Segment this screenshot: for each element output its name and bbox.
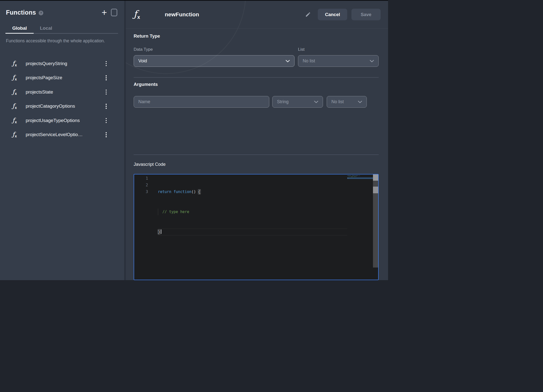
list-label: List: [298, 47, 379, 52]
return-type-heading: Return Type: [134, 33, 379, 39]
edit-name-button[interactable]: [305, 12, 311, 17]
function-icon: ƒx: [12, 74, 17, 81]
code-line: return function() {: [158, 189, 347, 195]
function-list: ƒx projectsQueryString ƒx projectsPageSi…: [0, 56, 124, 142]
function-name: projectCatagoryOptions: [26, 103, 75, 109]
line-number: 3: [134, 189, 148, 195]
minimap-current-line: }: [347, 177, 373, 179]
function-name: projectsQueryString: [26, 61, 67, 66]
function-list-item[interactable]: ƒx projectsPageSize: [0, 71, 124, 85]
tabs-divider: [34, 33, 118, 34]
code-token: (): [191, 190, 198, 194]
argument-type-value: String: [277, 99, 289, 104]
text-cursor: [161, 229, 161, 234]
data-type-field: Data Type Void: [134, 47, 295, 67]
editor-scrollbar[interactable]: [373, 174, 378, 280]
function-icon: ƒx: [12, 89, 17, 95]
line-number: 2: [134, 182, 148, 189]
chevron-down-icon: [358, 101, 362, 103]
code-token: {: [198, 190, 200, 194]
function-list-item[interactable]: ƒx projectsQueryString: [0, 56, 124, 71]
minimap-line: // type here: [347, 176, 373, 177]
chevron-down-icon: [314, 101, 318, 103]
editor-header: ƒx newFunction Cancel Save: [126, 1, 388, 28]
scrollbar-thumb[interactable]: [373, 174, 378, 181]
function-editor-panel: ƒx newFunction Cancel Save Return Type D…: [126, 1, 388, 280]
code-token: // type here: [158, 210, 189, 214]
sidebar-header: Functions ? +: [0, 1, 124, 16]
function-icon: ƒx: [12, 60, 17, 67]
tab-global[interactable]: Global: [5, 23, 34, 34]
return-type-row: Data Type Void List No list: [134, 47, 379, 67]
minimap[interactable]: return function() { // type here }: [347, 174, 373, 280]
function-name: projectServiceLevelOptio…: [26, 132, 83, 137]
function-title: newFunction: [165, 11, 199, 18]
data-type-value: Void: [138, 58, 147, 64]
editor-content: Return Type Data Type Void List No list: [126, 33, 388, 280]
code-line-current: }: [158, 229, 347, 235]
function-icon: ƒx: [12, 131, 17, 138]
kebab-menu-icon[interactable]: [105, 117, 108, 124]
kebab-menu-icon[interactable]: [105, 131, 108, 138]
save-button[interactable]: Save: [351, 9, 381, 20]
argument-row: String No list: [134, 96, 379, 108]
code-area[interactable]: return function() { // type here }: [148, 174, 347, 280]
return-list-value: No list: [303, 58, 315, 64]
kebab-menu-icon[interactable]: [105, 103, 108, 110]
argument-list-select[interactable]: No list: [327, 96, 367, 108]
code-token: return function: [158, 190, 191, 194]
kebab-menu-icon[interactable]: [105, 89, 108, 96]
function-icon: ƒx: [12, 117, 17, 124]
add-function-button[interactable]: +: [101, 9, 107, 16]
code-editor[interactable]: 1 2 3 return function() { // type here }…: [134, 174, 379, 280]
arguments-heading: Arguments: [134, 82, 379, 87]
chevron-down-icon: [370, 60, 374, 62]
line-number: 1: [134, 175, 148, 182]
argument-list-value: No list: [331, 99, 344, 104]
code-token: }: [158, 230, 160, 234]
line-number-gutter: 1 2 3: [134, 174, 148, 280]
scrollbar-thumb[interactable]: [373, 187, 378, 193]
function-icon: ƒx: [12, 103, 17, 109]
kebab-menu-icon[interactable]: [105, 74, 108, 81]
sidebar-title: Functions: [6, 9, 36, 16]
section-divider: [134, 77, 379, 78]
javascript-code-heading: Javascript Code: [134, 162, 379, 167]
code-line: // type here: [158, 209, 347, 215]
function-name: projectUsageTypeOptions: [26, 118, 80, 123]
function-list-item[interactable]: ƒx projectUsageTypeOptions: [0, 113, 124, 128]
section-divider: [134, 154, 379, 155]
sidebar-description: Functions accessible through the whole a…: [6, 38, 118, 44]
app-screen: Functions ? + Global Local Functions acc…: [0, 0, 388, 280]
kebab-menu-icon[interactable]: [105, 60, 108, 67]
active-tab-underline: [5, 33, 34, 34]
function-list-item[interactable]: ƒx projectCatagoryOptions: [0, 99, 124, 114]
chevron-down-icon: [286, 60, 290, 62]
sidebar-tabs: Global Local: [0, 23, 124, 34]
return-list-select[interactable]: No list: [298, 55, 379, 67]
data-type-select[interactable]: Void: [134, 55, 295, 67]
collapse-panel-icon[interactable]: [111, 9, 117, 16]
argument-name-input[interactable]: [134, 96, 269, 108]
return-list-field: List No list: [298, 47, 379, 67]
cancel-button[interactable]: Cancel: [318, 9, 347, 20]
help-icon[interactable]: ?: [39, 11, 43, 15]
tab-local[interactable]: Local: [34, 23, 58, 34]
function-name: projectsState: [26, 89, 53, 95]
data-type-label: Data Type: [134, 47, 295, 52]
function-icon: ƒx: [134, 9, 140, 20]
function-list-item[interactable]: ƒx projectsState: [0, 85, 124, 99]
function-name: projectsPageSize: [26, 75, 62, 80]
pencil-icon: [305, 12, 311, 17]
functions-sidebar: Functions ? + Global Local Functions acc…: [0, 1, 124, 280]
function-list-item[interactable]: ƒx projectServiceLevelOptio…: [0, 128, 124, 142]
argument-type-select[interactable]: String: [272, 96, 323, 108]
